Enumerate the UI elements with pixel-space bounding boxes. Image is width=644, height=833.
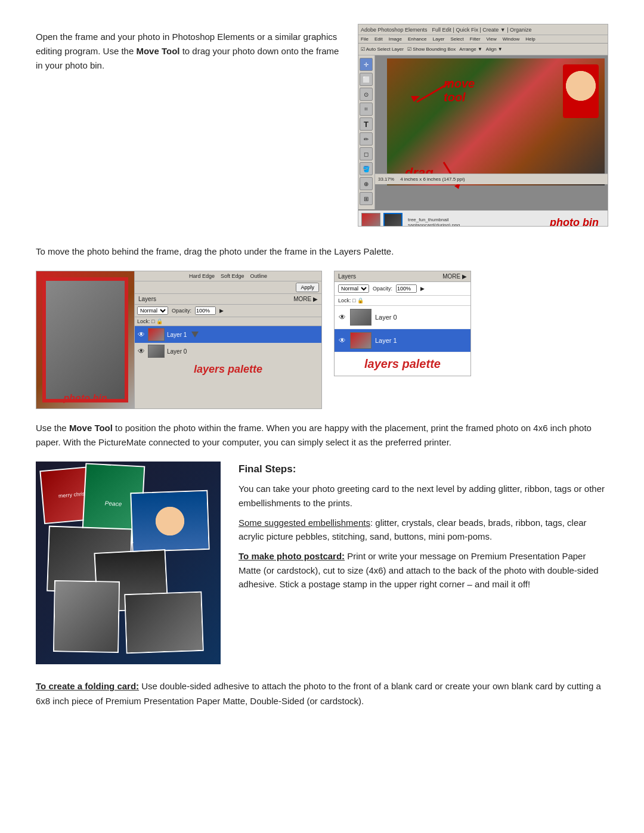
apply-row: Apply	[135, 281, 321, 294]
layers-intro-text: To move the photo behind the frame, drag…	[36, 244, 608, 259]
eye-icon-0[interactable]: 👁	[137, 347, 145, 355]
ps-photo-bin: tree_fun_thumbnail santaoncard(during).p…	[358, 209, 608, 227]
section1-move-tool: Move Tool	[136, 46, 179, 56]
layer-right-1-label: Layer 1	[375, 337, 397, 344]
hard-edge-label: Hard Edge	[189, 273, 215, 279]
eye-icon-right-1[interactable]: 👁	[338, 336, 346, 345]
photo-preview: photo bin	[36, 271, 135, 408]
filename-2: santaoncard(during).png	[408, 222, 460, 227]
eye-icon-right-0[interactable]: 👁	[338, 313, 346, 321]
card-text-2: Peace	[105, 500, 122, 507]
layer-right-0-label: Layer 0	[375, 314, 397, 321]
layers-more-btn[interactable]: MORE ▶	[293, 296, 318, 302]
photoshop-screenshot-container: Adobe Photoshop Elements Full Edit | Qui…	[358, 24, 608, 227]
blend-mode-right[interactable]: Normal	[338, 284, 369, 293]
brush-tool[interactable]: ✏	[360, 132, 373, 145]
final-steps-para1: You can take your photo greeting card to…	[239, 482, 608, 510]
layers-panel-left: Hard Edge Soft Edge Outline Apply Layers…	[135, 271, 321, 408]
layer-down-arrow	[191, 332, 199, 337]
blend-mode-select[interactable]: Normal	[137, 306, 168, 315]
photo-bin-thumb-2	[383, 213, 402, 227]
arrow-right-btn[interactable]: ▶	[420, 286, 425, 292]
crop-tool[interactable]: ⌗	[360, 103, 373, 116]
brush-options: Hard Edge Soft Edge Outline	[135, 271, 321, 281]
section-mid: To move the photo behind the frame, drag…	[36, 244, 608, 259]
menu-layer: Layer	[433, 36, 445, 42]
ps-status-bar: 33.17% 4 inches x 6 inches (147.5 ppi)	[375, 174, 608, 184]
layer0-label: Layer 0	[167, 348, 187, 355]
layer-row-1[interactable]: 👁 Layer 1	[135, 326, 321, 343]
apply-button[interactable]: Apply	[296, 283, 319, 292]
section-folding: To create a folding card: Use double-sid…	[36, 679, 608, 709]
eraser-tool[interactable]: ◻	[360, 147, 373, 160]
menu-enhance: Enhance	[408, 36, 427, 42]
ps-app-label: Adobe Photoshop Elements	[361, 27, 428, 33]
layer-row2-0[interactable]: 👁 Layer 0	[335, 306, 470, 329]
type-tool[interactable]: T	[360, 117, 373, 131]
layers-right-more[interactable]: MORE ▶	[442, 273, 467, 280]
layer-row2-1[interactable]: 👁 Layer 1	[335, 329, 470, 352]
layer-thumb-1	[148, 328, 165, 341]
move-tool-bold: Move Tool	[69, 423, 113, 433]
layers-palette-label-left: layers palette	[135, 360, 321, 379]
card-photo-3	[131, 491, 208, 551]
lock-right-label: Lock: □ 🔒	[338, 298, 364, 304]
menu-image: Image	[389, 36, 402, 42]
card-item-7	[124, 592, 203, 654]
zoom-tool[interactable]: ⊞	[360, 192, 373, 205]
menu-select: Select	[451, 36, 464, 42]
card-collage: merry christmas Peace	[36, 462, 221, 664]
zoom-percent: 33.17%	[378, 176, 394, 182]
layers-header-title: Layers	[138, 296, 156, 302]
card-photo-6	[54, 581, 119, 652]
layers-right-title: Layers	[338, 273, 356, 280]
layer-row-0[interactable]: 👁 Layer 0	[135, 343, 321, 360]
layers-row: photo bin Hard Edge Soft Edge Outline Ap…	[36, 271, 608, 409]
auto-select-label: ☑ Auto Select Layer	[361, 47, 404, 52]
soft-edge-label: Soft Edge	[221, 273, 244, 279]
move-tool-annotation: move tool	[399, 72, 470, 110]
arrow-btn[interactable]: ▶	[219, 308, 224, 314]
eye-icon-1[interactable]: 👁	[137, 330, 145, 339]
card-item-3	[130, 490, 209, 552]
move-tool-pre: Use the	[36, 423, 69, 433]
lasso-tool[interactable]: ⊙	[360, 88, 373, 101]
opacity-right-input[interactable]	[396, 284, 417, 293]
photo-bin-thumb-1	[361, 213, 380, 227]
selection-tool[interactable]: ⬜	[360, 73, 373, 86]
menu-help: Help	[525, 36, 535, 42]
bounding-box-label: ☑ Show Bounding Box	[407, 47, 456, 52]
layers-right-header: Layers MORE ▶	[335, 271, 470, 282]
final-steps-title: Final Steps:	[239, 462, 608, 477]
ps-toolbar: Adobe Photoshop Elements Full Edit | Qui…	[358, 24, 608, 35]
ps-canvas: move tool drag 33.17% 4 inches x 6 inche…	[375, 55, 608, 209]
photo-bin-label-left: photo bin	[64, 393, 107, 404]
move-tool-button[interactable]: ✛	[360, 58, 373, 71]
menu-window: Window	[503, 36, 519, 42]
opacity-right-label: Opacity:	[373, 286, 392, 292]
christmas-cards-collage: merry christmas Peace	[36, 462, 221, 664]
layer-thumb2-1	[350, 332, 371, 349]
layers-panel-controls: Normal Opacity: ▶	[135, 305, 321, 317]
photoshop-screenshot: Adobe Photoshop Elements Full Edit | Qui…	[358, 24, 608, 227]
layer-thumb-0	[148, 345, 165, 358]
card-item-6	[53, 580, 120, 653]
photo-bin-filenames: tree_fun_thumbnail santaoncard(during).p…	[408, 217, 460, 227]
paint-tool[interactable]: 🪣	[360, 162, 373, 175]
align-label: Align ▼	[486, 47, 503, 52]
section1-paragraph: Open the frame and your photo in Photosh…	[36, 30, 340, 73]
layers-left-panel: photo bin Hard Edge Soft Edge Outline Ap…	[36, 271, 322, 409]
opacity-input[interactable]	[195, 306, 216, 315]
layer-thumb2-0	[350, 309, 371, 326]
menu-edit: Edit	[374, 36, 383, 42]
filename-1: tree_fun_thumbnail	[408, 217, 460, 222]
move-tool-label: move tool	[444, 77, 475, 104]
lock-label: Lock: □ 🔒	[137, 318, 163, 324]
folding-card-label: To create a folding card:	[36, 681, 139, 691]
ps-options-bar: ☑ Auto Select Layer ☑ Show Bounding Box …	[358, 44, 608, 55]
layer1-label: Layer 1	[167, 332, 187, 338]
ps-menu-bar: File Edit Image Enhance Layer Select Fil…	[358, 35, 608, 44]
suggested-label: Some suggested embellishments	[239, 518, 370, 528]
eyedropper-tool[interactable]: ⊕	[360, 177, 373, 190]
layers-right-panel: Layers MORE ▶ Normal Opacity: ▶ Lock: □ …	[334, 271, 471, 376]
